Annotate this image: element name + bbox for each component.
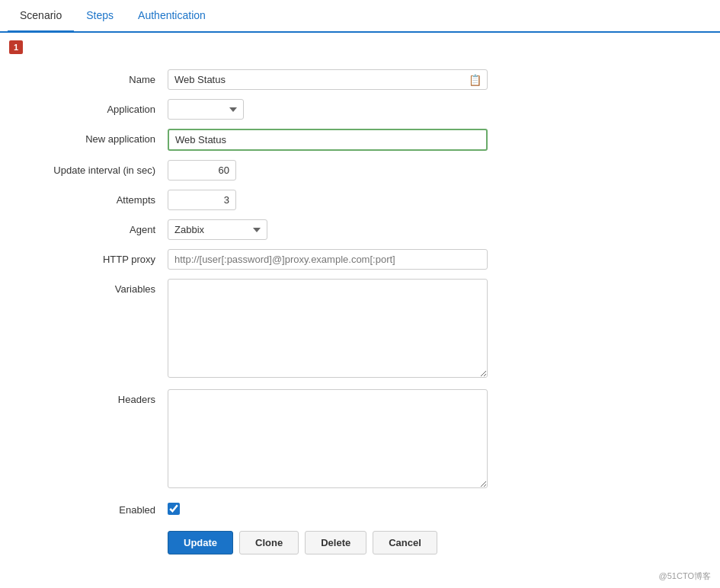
new-application-label: New application [15, 129, 168, 145]
name-icon: 📋 [469, 74, 482, 86]
variables-control [168, 279, 488, 380]
attempts-input[interactable] [168, 190, 236, 210]
name-row: Name 📋 [15, 69, 705, 90]
headers-textarea[interactable] [168, 389, 488, 488]
update-interval-control [168, 160, 488, 181]
headers-label: Headers [15, 389, 168, 405]
enabled-checkbox[interactable] [168, 503, 180, 515]
application-label: Application [15, 99, 168, 115]
update-interval-label: Update interval (in sec) [15, 160, 168, 176]
attempts-label: Attempts [15, 190, 168, 206]
tab-authentication[interactable]: Authentication [126, 0, 218, 33]
agent-row: Agent Zabbix Firefox Internet Explorer C… [15, 219, 705, 240]
application-select[interactable] [168, 99, 244, 120]
new-application-input[interactable] [168, 129, 488, 151]
delete-button[interactable]: Delete [305, 531, 366, 554]
application-control [168, 99, 488, 120]
agent-select[interactable]: Zabbix Firefox Internet Explorer Chrome [168, 219, 267, 240]
update-interval-row: Update interval (in sec) [15, 160, 705, 181]
attempts-control [168, 190, 488, 210]
variables-textarea[interactable] [168, 279, 488, 378]
enabled-row: Enabled [15, 500, 705, 516]
tab-bar: Scenario Steps Authentication [0, 0, 720, 33]
agent-label: Agent [15, 219, 168, 235]
headers-row: Headers [15, 389, 705, 491]
new-application-control [168, 129, 488, 151]
tab-steps[interactable]: Steps [74, 0, 126, 33]
step-number: 1 [9, 40, 23, 54]
cancel-button[interactable]: Cancel [373, 531, 437, 554]
clone-button[interactable]: Clone [239, 531, 299, 554]
http-proxy-input[interactable] [168, 249, 488, 270]
update-interval-input[interactable] [168, 160, 236, 181]
name-control: 📋 [168, 69, 488, 90]
update-button[interactable]: Update [168, 531, 233, 554]
form: Name 📋 Application New application Updat… [0, 62, 720, 570]
http-proxy-control [168, 249, 488, 270]
http-proxy-label: HTTP proxy [15, 249, 168, 265]
variables-label: Variables [15, 279, 168, 295]
name-label: Name [15, 69, 168, 85]
http-proxy-row: HTTP proxy [15, 249, 705, 270]
tab-scenario[interactable]: Scenario [8, 0, 74, 33]
enabled-control [168, 500, 180, 515]
button-row: Update Clone Delete Cancel [15, 531, 705, 554]
new-application-row: New application [15, 129, 705, 151]
name-input[interactable] [168, 69, 488, 90]
enabled-label: Enabled [15, 500, 168, 516]
attempts-row: Attempts [15, 190, 705, 210]
variables-row: Variables [15, 279, 705, 380]
headers-control [168, 389, 488, 491]
application-row: Application [15, 99, 705, 120]
agent-control: Zabbix Firefox Internet Explorer Chrome [168, 219, 488, 240]
